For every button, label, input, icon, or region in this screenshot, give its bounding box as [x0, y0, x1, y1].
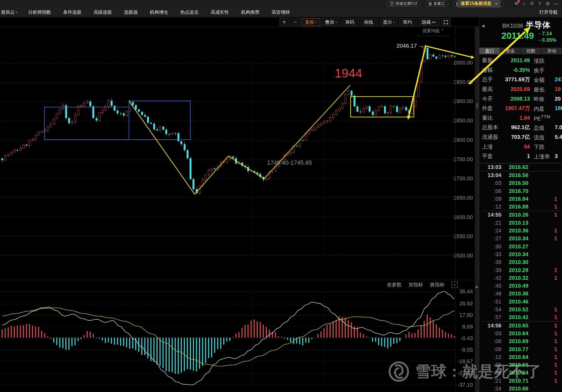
toolbar-button[interactable]: 简约 — [399, 18, 417, 26]
tick-row[interactable]: 13:03 2016.62 — [482, 163, 562, 171]
toolbar-button[interactable]: 叠加 ▾ — [322, 18, 340, 26]
panel-splitter[interactable]: ▶ — [475, 27, 479, 392]
tick-row[interactable]: :06 2016.70 — [482, 187, 562, 195]
titlebar: ¥ 快速交易F12 ⊞ 多窗口 ▤ 查看15条新消息 × ✉ ⌂ ↺ ⇧ ⧉ — — [0, 0, 562, 7]
menu-item[interactable]: 高级选股 — [94, 9, 113, 15]
chart-toolbar: + − 复权 ▾ 叠加 ▾ 筹码 — [0, 17, 479, 27]
tick-list: 13:03 2016.62 13:04 2016.56 :03 2016.50 — [479, 163, 562, 392]
info-row: 总手 3771.69万 金额 247 — [482, 75, 562, 84]
share-icon[interactable]: ⇧ — [538, 1, 542, 6]
tick-row[interactable]: :15 2010.66 1 — [482, 361, 562, 369]
info-row: 外盘 1907.47万 内盘 186 — [482, 104, 562, 113]
info-row: 最高 2025.69 最低 19 — [482, 84, 562, 94]
fullscreen-button[interactable] — [441, 18, 451, 26]
tick-row[interactable]: 14:55 2010.26 1 — [482, 211, 562, 219]
ma-settings-dropdown[interactable]: 设置均线 ▾ — [416, 28, 449, 36]
chevron-down-icon: ▾ — [442, 28, 443, 34]
menu-item[interactable]: 机构推荐 — [241, 9, 261, 15]
price-change: - 7.14 — [539, 30, 556, 37]
tick-row[interactable]: 14:56 2010.65 1 — [482, 321, 562, 329]
menu-item[interactable]: 机构增仓 — [150, 9, 170, 15]
drag-handle-icon[interactable] — [476, 104, 478, 108]
indicator-action[interactable]: 换指标 — [430, 281, 445, 288]
axis-divider — [455, 27, 455, 392]
chevron-down-icon: ▾ — [336, 21, 337, 23]
indicator-toolbar: 改参数加指标换指标 × — [387, 281, 458, 288]
menu-item[interactable]: 高成长性 — [211, 9, 231, 15]
tick-row[interactable]: :21 2010.71 1 — [482, 377, 562, 385]
indicator-action[interactable]: 加指标 — [409, 281, 423, 288]
window-icon[interactable]: ⧉ — [546, 1, 549, 6]
tick-row[interactable]: :18 2010.54 1 — [482, 369, 562, 377]
chart-region: + − 复权 ▾ 叠加 ▾ 筹码 — [0, 17, 479, 392]
tick-row[interactable]: :12 2010.64 1 — [482, 353, 562, 361]
open-nav-link[interactable]: 打开导航 — [539, 9, 562, 15]
minimize-icon[interactable]: — — [554, 1, 558, 6]
menu-item[interactable]: 条件选股 — [63, 9, 83, 15]
menu-item[interactable]: 分析师指数 — [28, 9, 53, 15]
toolbar-button[interactable]: 复权 ▾ — [302, 18, 320, 26]
app-root: ¥ 快速交易F12 ⊞ 多窗口 ▤ 查看15条新消息 × ✉ ⌂ ↺ ⇧ ⧉ — — [0, 0, 562, 392]
tick-row[interactable]: :33 2010.34 — [482, 250, 562, 258]
tick-row[interactable]: :06 2010.69 1 — [482, 337, 562, 345]
tick-row[interactable]: :57 2010.42 1 — [482, 313, 562, 321]
tick-row[interactable]: :48 2010.36 — [482, 290, 562, 298]
tick-row[interactable]: :24 2010.36 1 — [482, 227, 562, 235]
main-chart-canvas[interactable] — [0, 27, 479, 392]
info-row: 量比 1.04 PETTM — [482, 113, 562, 123]
panel-tab[interactable]: 异动 — [542, 48, 562, 54]
zoom-out-button[interactable]: − — [291, 18, 300, 26]
home-icon[interactable]: ⌂ — [523, 1, 525, 6]
menu-item[interactable]: 选股器 — [124, 9, 139, 15]
close-icon[interactable]: × — [495, 2, 497, 6]
panel-tab[interactable]: 指数 — [521, 48, 541, 54]
tick-row[interactable]: :45 2010.49 — [482, 282, 562, 290]
quote-info-grid: 最新 2011.49 涨跌 涨幅 -0.35% 换手 总手 3771.69万 金… — [479, 54, 562, 161]
message-toast-wrap: ▤ 查看15条新消息 × — [453, 0, 510, 7]
yen-icon: ¥ — [390, 2, 394, 6]
panel-tab[interactable]: 盘口 — [479, 48, 500, 54]
multi-window-button[interactable]: ⊞ 多窗口 — [425, 1, 448, 7]
tick-row[interactable]: :39 2010.28 1 — [482, 266, 562, 274]
notification-badge — [517, 0, 520, 3]
tick-row[interactable]: :24 2010.66 — [482, 385, 562, 392]
quick-trade-button[interactable]: ¥ 快速交易F12 — [386, 1, 421, 7]
toolbar-button[interactable]: 画线 — [361, 18, 378, 26]
tick-row[interactable]: :21 2010.13 — [482, 219, 562, 227]
tick-row[interactable]: :09 2016.84 1 — [482, 195, 562, 203]
tick-row[interactable]: :51 2010.46 — [482, 298, 562, 306]
menu-item[interactable]: 热点追击 — [180, 9, 200, 15]
tick-row[interactable]: :09 2010.77 1 — [482, 345, 562, 353]
back-arrow-icon[interactable]: ◀ — [481, 23, 485, 28]
tick-row[interactable]: :42 2010.32 1 — [482, 274, 562, 282]
tick-row[interactable]: :36 2010.30 — [482, 258, 562, 266]
menu-item[interactable]: 股风云 ▾ — [1, 9, 18, 15]
close-indicator-button[interactable]: × — [452, 282, 458, 288]
tick-row[interactable]: :03 2010.64 1 — [482, 330, 562, 337]
quote-panel: ◀ BK1036 半导体 2011.49 - 7.14 - 0.35% 盘口资金… — [479, 17, 562, 392]
tick-row[interactable]: 13:04 2016.56 — [482, 171, 562, 179]
tick-row[interactable]: :03 2016.50 — [482, 179, 562, 187]
toolbar-button[interactable]: 隐藏 ▶▶ — [418, 18, 439, 26]
info-row: 平盘 1 上涨率 3 — [482, 151, 562, 161]
quote-header: ◀ BK1036 半导体 2011.49 - 7.14 - 0.35% — [479, 17, 562, 48]
tick-row[interactable]: :27 2010.34 1 — [482, 235, 562, 242]
collapse-arrow-icon[interactable]: ▶ — [476, 285, 478, 289]
toolbar-button[interactable]: 筹码 — [342, 18, 359, 26]
tick-row[interactable]: :30 2010.27 — [482, 243, 562, 250]
tick-row[interactable]: :12 2016.88 1 — [482, 203, 562, 211]
tick-row[interactable]: :54 2010.52 1 — [482, 306, 562, 313]
undo-icon[interactable]: ↺ — [530, 1, 533, 6]
panel-tab[interactable]: 资金 — [500, 48, 521, 54]
menu-item[interactable]: 高管增持 — [272, 9, 291, 15]
expand-icon — [444, 20, 448, 24]
chevron-down-icon: ▾ — [316, 21, 317, 23]
toolbar-buttons: 复权 ▾ 叠加 ▾ 筹码 画线 — [302, 18, 439, 26]
indicator-action[interactable]: 改参数 — [387, 281, 402, 288]
mail-icon[interactable]: ✉ — [515, 1, 518, 6]
info-row: 总股本 962.1亿 总值 7.0 — [482, 123, 562, 132]
toolbar-button[interactable]: 显示 ▾ — [379, 18, 398, 26]
indicator-actions: 改参数加指标换指标 — [387, 281, 445, 288]
zoom-in-button[interactable]: + — [280, 18, 289, 26]
new-messages-toast[interactable]: 查看15条新消息 × — [458, 0, 501, 8]
